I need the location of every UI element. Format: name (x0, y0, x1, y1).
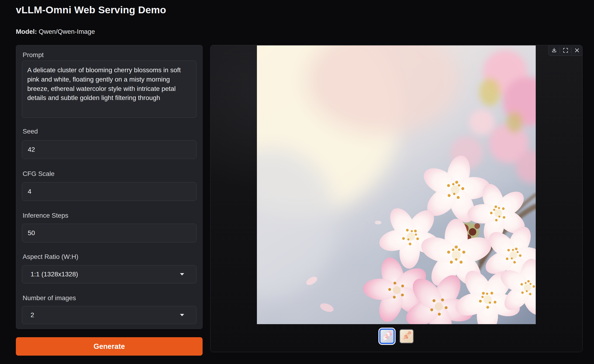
num-images-label: Number of images (23, 294, 76, 302)
image-viewer-panel (210, 45, 583, 352)
settings-panel: Prompt A delicate cluster of blooming ch… (16, 45, 202, 329)
page-title: vLLM-Omni Web Serving Demo (16, 4, 166, 16)
close-icon[interactable] (572, 46, 582, 55)
chevron-down-icon (180, 313, 185, 317)
cfg-scale-input[interactable] (22, 182, 196, 201)
download-icon[interactable] (549, 46, 559, 55)
toolbar-divider (560, 47, 560, 53)
prompt-label: Prompt (23, 51, 44, 59)
model-label: Model: (16, 28, 37, 35)
cherry-blossom-artwork (257, 46, 536, 324)
generate-button[interactable]: Generate (16, 337, 202, 356)
image-toolbar (548, 45, 583, 56)
chevron-down-icon (180, 273, 185, 276)
thumbnail-2[interactable] (399, 329, 414, 344)
seed-input[interactable] (22, 140, 196, 159)
gallery-thumbnails (210, 329, 582, 344)
aspect-ratio-select[interactable]: 1:1 (1328x1328) (22, 265, 196, 283)
prompt-input[interactable]: A delicate cluster of blooming cherry bl… (22, 61, 196, 118)
model-line: Model: Qwen/Qwen-Image (16, 28, 95, 35)
inference-steps-label: Inference Steps (23, 212, 68, 219)
aspect-ratio-value: 1:1 (1328x1328) (22, 271, 78, 278)
fullscreen-icon[interactable] (561, 46, 570, 55)
model-value: Qwen/Qwen-Image (39, 28, 95, 35)
num-images-select[interactable]: 2 (22, 306, 196, 324)
aspect-ratio-label: Aspect Ratio (W:H) (23, 253, 78, 260)
app-root: vLLM-Omni Web Serving Demo Model: Qwen/Q… (0, 0, 594, 364)
thumbnail-1-selected[interactable] (379, 329, 395, 344)
toolbar-divider (571, 47, 571, 53)
inference-steps-input[interactable] (22, 224, 196, 242)
seed-label: Seed (23, 128, 38, 135)
cfg-scale-label: CFG Scale (23, 170, 54, 178)
num-images-value: 2 (22, 311, 34, 319)
generated-image[interactable] (257, 46, 536, 324)
